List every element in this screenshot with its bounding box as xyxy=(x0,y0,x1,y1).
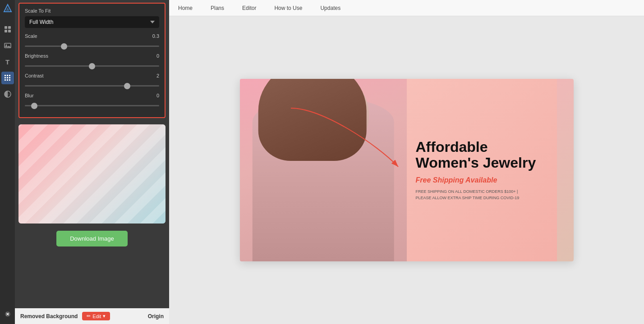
blur-slider-row: Blur 0 xyxy=(25,93,159,108)
blur-label: Blur xyxy=(25,93,34,98)
svg-rect-11 xyxy=(9,77,10,78)
svg-rect-0 xyxy=(5,26,7,29)
svg-rect-9 xyxy=(5,77,6,78)
nav-updates[interactable]: Updates xyxy=(320,5,340,11)
woman-hair-shape xyxy=(258,79,367,161)
sidebar-item-text[interactable]: T xyxy=(1,55,14,68)
scale-slider[interactable] xyxy=(25,46,159,47)
scale-value: 0.3 xyxy=(152,33,159,39)
banner-small-text-1: FREE SHIPPING ON ALL DOMESTIC ORDERS $10… xyxy=(416,189,548,195)
svg-rect-2 xyxy=(5,30,7,32)
nav-home[interactable]: Home xyxy=(178,5,193,11)
banner-text-side: Affordable Women's Jewelry Free Shipping… xyxy=(407,79,557,261)
svg-rect-10 xyxy=(7,77,8,78)
controls-box: Scale To Fit Full Width Full Height Cust… xyxy=(18,3,166,118)
sidebar-item-adjust[interactable] xyxy=(1,88,14,100)
contrast-value: 2 xyxy=(156,73,159,78)
main-content: Home Plans Editor How to Use Updates Aff… xyxy=(169,0,644,324)
svg-rect-3 xyxy=(8,30,11,32)
contrast-label: Contrast xyxy=(25,73,44,78)
banner-small-text-2: PLEASE ALLOW EXTRA SHIP TIME DURING COVI… xyxy=(416,195,548,201)
scale-label: Scale xyxy=(25,33,37,39)
jewelry-banner: Affordable Women's Jewelry Free Shipping… xyxy=(240,79,574,261)
banner-woman-side xyxy=(240,79,407,261)
contrast-slider[interactable] xyxy=(25,85,159,87)
scale-to-fit-dropdown[interactable]: Full Width Full Height Custom xyxy=(25,16,159,28)
sidebar-item-image[interactable] xyxy=(1,39,14,52)
close-sidebar-button[interactable] xyxy=(5,311,11,319)
preview-stripes xyxy=(18,124,166,224)
bottom-info-bar: Removed Background ✏ Edit ▾ Origin xyxy=(15,308,169,324)
svg-rect-8 xyxy=(9,75,10,76)
download-image-button[interactable]: Download Image xyxy=(56,231,128,246)
sidebar-item-pattern[interactable] xyxy=(1,72,14,84)
image-preview xyxy=(18,124,166,224)
svg-rect-7 xyxy=(7,75,8,76)
nav-how-to-use[interactable]: How to Use xyxy=(274,5,302,11)
nav-editor[interactable]: Editor xyxy=(242,5,256,11)
contrast-slider-row: Contrast 2 xyxy=(25,73,159,88)
svg-rect-6 xyxy=(5,75,6,76)
svg-rect-12 xyxy=(5,79,6,81)
left-panel: Scale To Fit Full Width Full Height Cust… xyxy=(15,0,169,324)
edit-dropdown-arrow-icon: ▾ xyxy=(103,313,106,319)
blur-slider[interactable] xyxy=(25,105,159,106)
brightness-slider-row: Brightness 0 xyxy=(25,53,159,68)
edit-button[interactable]: ✏ Edit ▾ xyxy=(82,312,110,320)
svg-rect-14 xyxy=(9,79,10,81)
brightness-value: 0 xyxy=(156,53,159,59)
svg-rect-1 xyxy=(8,26,11,29)
blur-value: 0 xyxy=(156,93,159,98)
app-logo xyxy=(3,4,13,16)
edit-pencil-icon: ✏ xyxy=(87,313,91,319)
removed-bg-label: Removed Background xyxy=(20,313,78,319)
origin-label: Origin xyxy=(148,313,164,319)
top-nav: Home Plans Editor How to Use Updates xyxy=(169,0,644,16)
sidebar-item-grid[interactable] xyxy=(1,23,14,36)
banner-title: Affordable Women's Jewelry xyxy=(416,139,548,171)
nav-plans[interactable]: Plans xyxy=(211,5,224,11)
banner-subtitle: Free Shipping Available xyxy=(416,176,548,184)
brightness-slider[interactable] xyxy=(25,65,159,67)
brightness-label: Brightness xyxy=(25,53,48,59)
svg-rect-13 xyxy=(7,79,8,81)
scale-to-fit-label: Scale To Fit xyxy=(25,8,159,14)
scale-slider-row: Scale 0.3 xyxy=(25,33,159,49)
icon-sidebar: T xyxy=(0,0,15,324)
